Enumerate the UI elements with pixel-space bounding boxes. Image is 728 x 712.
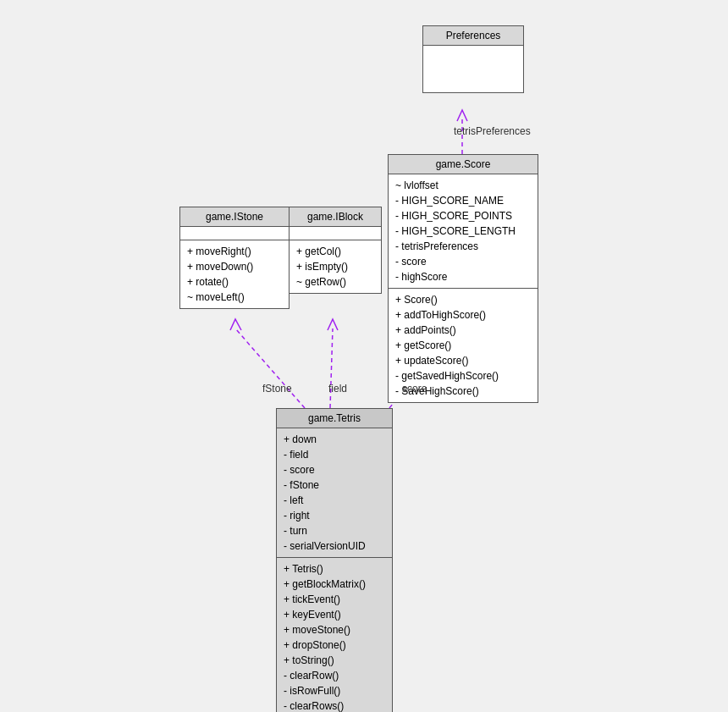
attr-serial-version-uid: - serialVersionUID <box>284 538 385 554</box>
svg-line-1 <box>235 328 305 408</box>
attr-high-score-length: - HIGH_SCORE_LENGTH <box>395 224 531 239</box>
method-get-score: + getScore() <box>395 338 531 353</box>
game-istone-methods: + moveRight() + moveDown() + rotate() ~ … <box>180 240 289 308</box>
method-get-col: + getCol() <box>296 244 374 259</box>
game-tetris-class: game.Tetris + down - field - score - fSt… <box>276 408 393 712</box>
method-to-string: + toString() <box>284 653 385 668</box>
attr-lvloffset: ~ lvloffset <box>395 178 531 193</box>
svg-line-2 <box>330 328 333 408</box>
game-score-attributes: ~ lvloffset - HIGH_SCORE_NAME - HIGH_SCO… <box>389 174 538 289</box>
score-label: score <box>402 383 427 395</box>
game-tetris-title: game.Tetris <box>308 412 361 424</box>
method-tetris-constructor: + Tetris() <box>284 561 385 577</box>
method-get-row: ~ getRow() <box>296 274 374 290</box>
game-score-header: game.Score <box>389 155 538 174</box>
game-tetris-attributes: + down - field - score - fStone - left -… <box>277 428 392 558</box>
game-tetris-methods: + Tetris() + getBlockMatrix() + tickEven… <box>277 558 392 712</box>
method-add-to-high-score: + addToHighScore() <box>395 307 531 323</box>
attr-tetris-preferences: - tetrisPreferences <box>395 239 531 254</box>
game-iblock-header: game.IBlock <box>290 207 381 227</box>
attr-field: - field <box>284 447 385 462</box>
attr-high-score-name: - HIGH_SCORE_NAME <box>395 193 531 208</box>
preferences-header: Preferences <box>423 26 523 46</box>
preferences-title: Preferences <box>446 30 501 41</box>
method-clear-rows: - clearRows() <box>284 698 385 712</box>
method-is-row-full: - isRowFull() <box>284 683 385 698</box>
game-score-class: game.Score ~ lvloffset - HIGH_SCORE_NAME… <box>388 154 538 403</box>
game-score-title: game.Score <box>436 158 491 170</box>
game-iblock-title: game.IBlock <box>307 211 363 223</box>
attr-turn: - turn <box>284 523 385 538</box>
game-istone-attributes <box>180 227 289 240</box>
method-is-empty: + isEmpty() <box>296 259 374 274</box>
fstone-label: fStone <box>262 383 292 395</box>
game-istone-title: game.IStone <box>206 211 263 223</box>
method-key-event: + keyEvent() <box>284 607 385 622</box>
method-score-constructor: + Score() <box>395 292 531 307</box>
method-clear-row: - clearRow() <box>284 668 385 683</box>
method-move-stone: + moveStone() <box>284 622 385 637</box>
method-get-saved-high-score: - getSavedHighScore() <box>395 368 531 384</box>
game-iblock-methods: + getCol() + isEmpty() ~ getRow() <box>290 240 381 293</box>
attr-right: - right <box>284 508 385 523</box>
method-tick-event: + tickEvent() <box>284 592 385 607</box>
preferences-attributes <box>423 46 523 92</box>
method-add-points: + addPoints() <box>395 323 531 338</box>
preferences-class: Preferences <box>422 25 524 93</box>
field-label: field <box>328 383 347 395</box>
method-update-score: + updateScore() <box>395 353 531 368</box>
method-drop-stone: + dropStone() <box>284 637 385 653</box>
uml-diagram: Preferences tetrisPreferences game.Score… <box>0 0 728 712</box>
game-iblock-class: game.IBlock + getCol() + isEmpty() ~ get… <box>289 207 382 294</box>
game-istone-class: game.IStone + moveRight() + moveDown() +… <box>179 207 290 309</box>
method-get-block-matrix: + getBlockMatrix() <box>284 577 385 592</box>
game-iblock-attributes <box>290 227 381 240</box>
attr-fstone: - fStone <box>284 477 385 493</box>
attr-score: - score <box>395 254 531 269</box>
attr-high-score-points: - HIGH_SCORE_POINTS <box>395 208 531 224</box>
attr-down: + down <box>284 432 385 447</box>
attr-left: - left <box>284 493 385 508</box>
game-tetris-header: game.Tetris <box>277 409 392 428</box>
game-istone-header: game.IStone <box>180 207 289 227</box>
tetris-preferences-label: tetrisPreferences <box>454 125 531 137</box>
method-rotate: + rotate() <box>187 274 282 290</box>
method-move-right: + moveRight() <box>187 244 282 259</box>
method-move-left: ~ moveLeft() <box>187 290 282 305</box>
attr-score: - score <box>284 462 385 477</box>
attr-high-score: - highScore <box>395 269 531 284</box>
method-move-down: + moveDown() <box>187 259 282 274</box>
